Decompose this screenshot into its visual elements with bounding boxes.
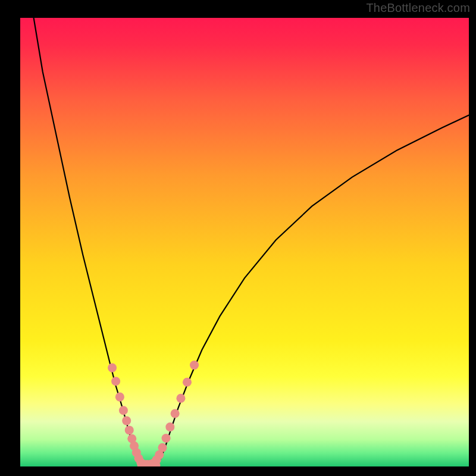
marker-point: [158, 443, 167, 452]
plot-area: [20, 18, 469, 466]
curve-left-branch: [34, 18, 140, 465]
marker-point: [190, 361, 199, 369]
marker-point: [119, 406, 128, 415]
marker-point: [122, 416, 131, 425]
curve-right-branch: [157, 115, 469, 465]
chart-frame: TheBottleneck.com: [0, 0, 476, 476]
marker-point: [162, 434, 171, 443]
marker-point: [115, 393, 124, 402]
curve-layer: [20, 18, 469, 466]
marker-point: [176, 394, 185, 403]
marker-point: [125, 425, 134, 434]
marker-point: [171, 409, 180, 418]
watermark-text: TheBottleneck.com: [366, 1, 470, 15]
marker-point: [111, 377, 120, 386]
marker-point: [108, 364, 117, 372]
marker-point: [183, 378, 192, 387]
marker-point: [165, 422, 174, 431]
